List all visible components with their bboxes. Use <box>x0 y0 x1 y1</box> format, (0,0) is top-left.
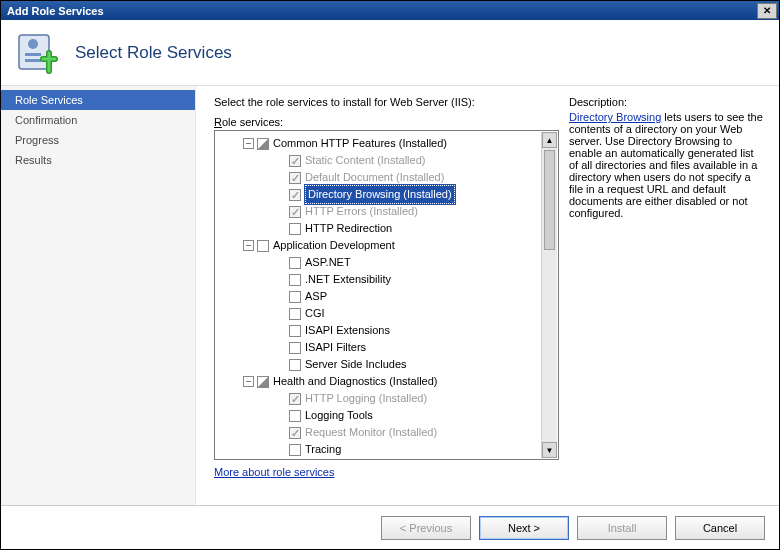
checkbox[interactable] <box>289 291 301 303</box>
role-services-tree[interactable]: −Common HTTP Features (Installed)✓Static… <box>214 130 559 460</box>
svg-point-1 <box>28 39 38 49</box>
checkbox[interactable]: ✓ <box>289 206 301 218</box>
tree-node-label: Logging Tools <box>305 407 373 424</box>
more-about-role-services-link[interactable]: More about role services <box>214 466 559 478</box>
tree-node[interactable]: Tracing <box>217 441 556 458</box>
checkbox[interactable]: ✓ <box>289 393 301 405</box>
tree-node[interactable]: Custom Logging <box>217 458 556 460</box>
expander-placeholder <box>275 444 286 455</box>
tree-node[interactable]: ✓Request Monitor (Installed) <box>217 424 556 441</box>
expander-placeholder <box>275 342 286 353</box>
checkbox[interactable] <box>289 257 301 269</box>
checkbox[interactable] <box>257 376 269 388</box>
expander-placeholder <box>275 155 286 166</box>
checkbox[interactable]: ✓ <box>289 189 301 201</box>
cancel-button[interactable]: Cancel <box>675 516 765 540</box>
svg-rect-3 <box>25 59 41 62</box>
previous-button[interactable]: < Previous <box>381 516 471 540</box>
checkbox[interactable] <box>289 342 301 354</box>
page-title: Select Role Services <box>75 43 232 63</box>
tree-node[interactable]: −Application Development <box>217 237 556 254</box>
expander-placeholder <box>275 223 286 234</box>
step-results[interactable]: Results <box>1 150 195 170</box>
tree-node-label: ASP.NET <box>305 254 351 271</box>
tree-node[interactable]: HTTP Redirection <box>217 220 556 237</box>
wizard-header: Select Role Services <box>1 20 779 86</box>
collapse-icon[interactable]: − <box>243 138 254 149</box>
tree-node[interactable]: Logging Tools <box>217 407 556 424</box>
window-title: Add Role Services <box>7 5 104 17</box>
tree-node[interactable]: ASP.NET <box>217 254 556 271</box>
tree-node[interactable]: −Common HTTP Features (Installed) <box>217 135 556 152</box>
expander-placeholder <box>275 257 286 268</box>
tree-node-label: Directory Browsing (Installed) <box>305 185 455 204</box>
tree-node[interactable]: ISAPI Extensions <box>217 322 556 339</box>
tree-node-label: Request Monitor (Installed) <box>305 424 437 441</box>
expander-placeholder <box>275 393 286 404</box>
checkbox[interactable] <box>257 240 269 252</box>
expander-placeholder <box>275 291 286 302</box>
collapse-icon[interactable]: − <box>243 376 254 387</box>
checkbox[interactable] <box>289 223 301 235</box>
checkbox[interactable]: ✓ <box>289 172 301 184</box>
tree-node-label: Static Content (Installed) <box>305 152 425 169</box>
expander-placeholder <box>275 410 286 421</box>
checkbox[interactable] <box>289 274 301 286</box>
tree-node[interactable]: Server Side Includes <box>217 356 556 373</box>
tree-node[interactable]: ✓HTTP Errors (Installed) <box>217 203 556 220</box>
checkbox[interactable]: ✓ <box>289 155 301 167</box>
tree-node-label: HTTP Redirection <box>305 220 392 237</box>
tree-node-label: ISAPI Filters <box>305 339 366 356</box>
tree-node-label: HTTP Logging (Installed) <box>305 390 427 407</box>
tree-node-label: ASP <box>305 288 327 305</box>
tree-node[interactable]: ISAPI Filters <box>217 339 556 356</box>
tree-node-label: Custom Logging <box>305 458 385 460</box>
expander-placeholder <box>275 206 286 217</box>
scroll-down-arrow[interactable]: ▼ <box>542 442 557 458</box>
tree-node-label: .NET Extensibility <box>305 271 391 288</box>
close-icon: ✕ <box>763 5 771 16</box>
description-panel: Description: Directory Browsing lets use… <box>569 96 765 499</box>
tree-node[interactable]: ✓Directory Browsing (Installed) <box>217 186 556 203</box>
tree-node-label: Application Development <box>273 237 395 254</box>
tree-node-label: ISAPI Extensions <box>305 322 390 339</box>
tree-node[interactable]: ✓Default Document (Installed) <box>217 169 556 186</box>
expander-placeholder <box>275 427 286 438</box>
step-confirmation[interactable]: Confirmation <box>1 110 195 130</box>
checkbox[interactable] <box>289 444 301 456</box>
step-role-services[interactable]: Role Services <box>1 90 195 110</box>
expander-placeholder <box>275 308 286 319</box>
expander-placeholder <box>275 172 286 183</box>
step-progress[interactable]: Progress <box>1 130 195 150</box>
collapse-icon[interactable]: − <box>243 240 254 251</box>
checkbox[interactable] <box>289 325 301 337</box>
wizard-icon <box>13 29 61 77</box>
checkbox[interactable] <box>257 138 269 150</box>
tree-node-label: Tracing <box>305 441 341 458</box>
checkbox[interactable]: ✓ <box>289 427 301 439</box>
tree-node-label: Health and Diagnostics (Installed) <box>273 373 437 390</box>
checkbox[interactable] <box>289 410 301 422</box>
next-button[interactable]: Next > <box>479 516 569 540</box>
tree-node[interactable]: ASP <box>217 288 556 305</box>
instruction-text: Select the role services to install for … <box>214 96 559 108</box>
tree-node[interactable]: −Health and Diagnostics (Installed) <box>217 373 556 390</box>
tree-node[interactable]: CGI <box>217 305 556 322</box>
description-feature-link[interactable]: Directory Browsing <box>569 111 661 123</box>
tree-node[interactable]: ✓Static Content (Installed) <box>217 152 556 169</box>
tree-node-label: Default Document (Installed) <box>305 169 444 186</box>
close-button[interactable]: ✕ <box>757 3 777 19</box>
install-button[interactable]: Install <box>577 516 667 540</box>
expander-placeholder <box>275 274 286 285</box>
tree-node[interactable]: ✓HTTP Logging (Installed) <box>217 390 556 407</box>
scroll-up-arrow[interactable]: ▲ <box>542 132 557 148</box>
tree-scrollbar[interactable]: ▲ ▼ <box>541 132 557 458</box>
description-body: Directory Browsing lets users to see the… <box>569 111 765 219</box>
checkbox[interactable] <box>289 359 301 371</box>
scroll-thumb[interactable] <box>544 150 555 250</box>
checkbox[interactable] <box>289 308 301 320</box>
tree-node[interactable]: .NET Extensibility <box>217 271 556 288</box>
description-title: Description: <box>569 96 765 108</box>
wizard-footer: < Previous Next > Install Cancel <box>1 505 779 549</box>
svg-rect-2 <box>25 53 41 56</box>
